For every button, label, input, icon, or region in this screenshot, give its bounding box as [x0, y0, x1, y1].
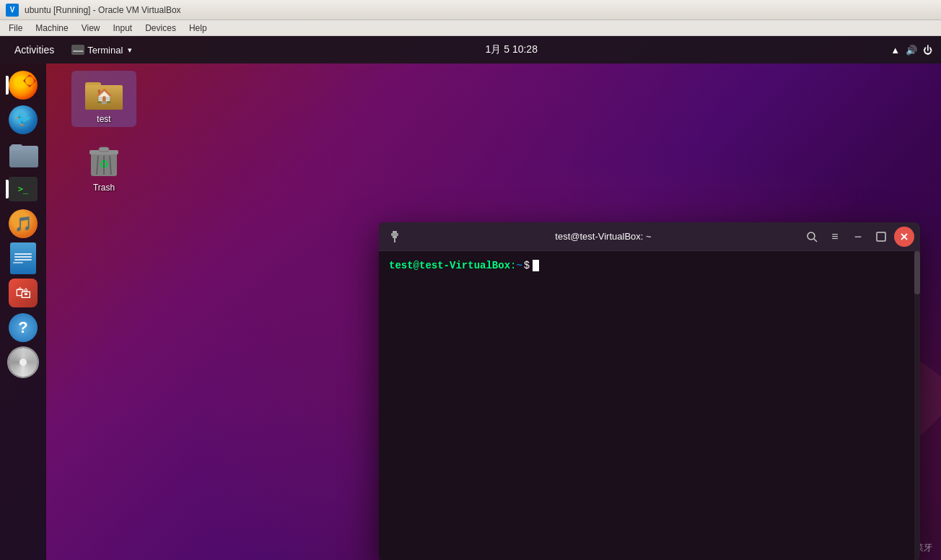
active-app-label[interactable]: ▬▬ Terminal ▾	[71, 45, 132, 56]
vbox-titlebar: V ubuntu [Running] - Oracle VM VirtualBo…	[0, 0, 941, 20]
menu-machine[interactable]: Machine	[30, 22, 74, 35]
files-icon	[8, 141, 38, 167]
dock-item-help[interactable]: ?	[7, 312, 39, 344]
term-at-symbol: @	[413, 260, 419, 271]
terminal-titlebar: test@test-VirtualBox: ~ ≡ −	[379, 222, 920, 251]
trash-icon: ♻	[85, 142, 123, 180]
menu-file[interactable]: File	[3, 22, 28, 35]
terminal-controls: ≡ −	[802, 227, 914, 247]
term-path: ~	[516, 260, 522, 271]
appstore-icon: 🛍	[9, 279, 38, 307]
terminal-window: test@test-VirtualBox: ~ ≡ −	[379, 222, 920, 560]
svg-rect-6	[99, 147, 109, 152]
terminal-cursor	[533, 260, 539, 271]
topbar-system-icons: ▲ 🔊 ⏻	[890, 45, 932, 56]
desktop-icon-trash-label: Trash	[93, 183, 115, 193]
rhythmbox-icon: 🎵	[9, 209, 38, 238]
thunderbird-icon: 🐦	[9, 105, 38, 134]
term-colon: :	[510, 260, 516, 271]
activities-button[interactable]: Activities	[9, 41, 60, 58]
desktop-icon-test[interactable]: 🏠 test	[71, 71, 136, 127]
terminal-close-button[interactable]	[894, 227, 914, 247]
desktop-icon-test-label: test	[97, 114, 110, 124]
terminal-minimize-button[interactable]: −	[848, 227, 868, 247]
dock-item-files[interactable]	[7, 139, 39, 170]
terminal-prompt-line: test @ test-VirtualBox : ~ $	[389, 260, 910, 271]
power-icon: ⏻	[923, 45, 932, 56]
dock-item-rhythmbox[interactable]: 🎵	[7, 208, 39, 240]
menu-input[interactable]: Input	[108, 22, 139, 35]
volume-icon: 🔊	[906, 45, 917, 56]
terminal-app-name: Terminal	[87, 45, 123, 56]
menu-help[interactable]: Help	[183, 22, 213, 35]
terminal-maximize-button[interactable]	[871, 227, 891, 247]
topbar-left: Activities ▬▬ Terminal ▾	[9, 41, 132, 58]
dock-item-terminal[interactable]: >_	[7, 173, 39, 205]
vbox-title: ubuntu [Running] - Oracle VM VirtualBox	[25, 5, 935, 15]
vbox-menubar: File Machine View Input Devices Help	[0, 20, 941, 36]
dock-item-writer[interactable]	[7, 242, 39, 274]
term-hostname: test-VirtualBox	[419, 260, 510, 271]
terminal-window-icon: ▬▬	[71, 45, 84, 55]
terminal-dropdown-arrow: ▾	[128, 45, 132, 55]
disc-icon	[9, 348, 38, 377]
firefox-icon	[9, 71, 38, 100]
dock-item-appstore[interactable]: 🛍	[7, 277, 39, 309]
svg-text:🏠: 🏠	[95, 87, 113, 105]
svg-rect-12	[391, 233, 398, 236]
menu-view[interactable]: View	[76, 22, 106, 35]
ubuntu-desktop: Activities ▬▬ Terminal ▾ 1月 5 10:28 ▲ 🔊 …	[0, 36, 941, 560]
dock-item-thunderbird[interactable]: 🐦	[7, 104, 39, 136]
vbox-logo: V	[6, 4, 19, 17]
terminal-pin-icon[interactable]	[385, 227, 405, 247]
svg-rect-16	[877, 232, 885, 241]
dock-item-disc[interactable]	[7, 346, 39, 378]
gnome-topbar: Activities ▬▬ Terminal ▾ 1月 5 10:28 ▲ 🔊 …	[0, 36, 941, 64]
writer-icon	[10, 242, 36, 274]
wifi-icon: ▲	[890, 45, 900, 56]
terminal-scrollbar-thumb[interactable]	[914, 251, 920, 294]
svg-line-15	[814, 239, 817, 242]
system-clock: 1月 5 10:28	[486, 43, 538, 56]
term-username: test	[389, 260, 413, 271]
menu-devices[interactable]: Devices	[139, 22, 182, 35]
desktop-icon-trash[interactable]: ♻ Trash	[71, 139, 136, 196]
terminal-scrollbar[interactable]	[914, 251, 920, 560]
terminal-dock-icon: >_	[9, 177, 38, 201]
application-dock: 🐦 >_ 🎵	[0, 64, 46, 560]
terminal-body[interactable]: test @ test-VirtualBox : ~ $	[379, 251, 920, 560]
terminal-menu-button[interactable]: ≡	[825, 227, 845, 247]
terminal-search-button[interactable]	[802, 227, 822, 247]
term-dollar: $	[524, 260, 530, 271]
terminal-title-text: test@test-VirtualBox: ~	[405, 231, 802, 242]
help-icon: ?	[9, 313, 38, 342]
dock-item-firefox[interactable]	[7, 69, 39, 101]
svg-point-14	[807, 232, 815, 240]
home-folder-icon: 🏠	[85, 74, 123, 111]
